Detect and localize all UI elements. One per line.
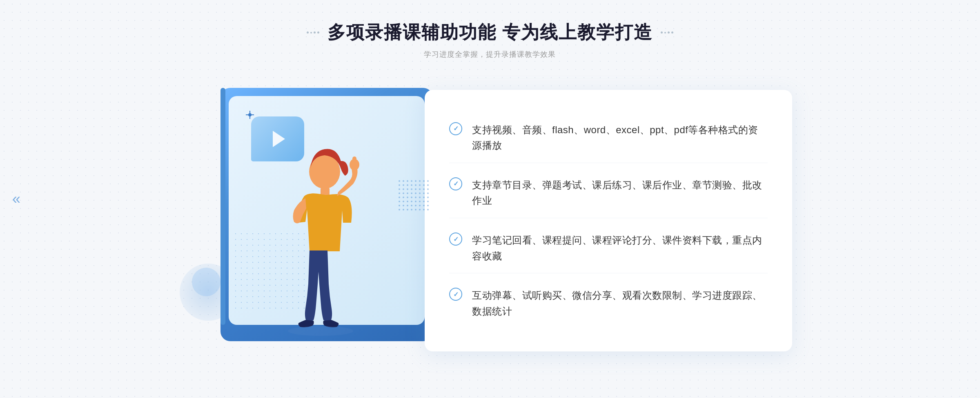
- check-icon-1: ✓: [453, 125, 459, 132]
- svg-rect-3: [352, 157, 356, 165]
- page-header: 多项录播课辅助功能 专为线上教学打造 学习进度全掌握，提升录播课教学效果: [307, 20, 673, 59]
- check-circle-3: ✓: [449, 233, 462, 246]
- header-decorators: 多项录播课辅助功能 专为线上教学打造: [307, 20, 673, 45]
- check-icon-2: ✓: [453, 180, 459, 188]
- feature-item-1: ✓ 支持视频、音频、flash、word、excel、ppt、pdf等各种格式的…: [449, 113, 768, 163]
- svg-rect-6: [398, 180, 431, 212]
- feature-text-4: 互动弹幕、试听购买、微信分享、观看次数限制、学习进度跟踪、数据统计: [472, 288, 768, 319]
- deco-circle-small: [192, 268, 220, 296]
- feature-item-4: ✓ 互动弹幕、试听购买、微信分享、观看次数限制、学习进度跟踪、数据统计: [449, 279, 768, 328]
- check-circle-4: ✓: [449, 288, 462, 301]
- feature-text-2: 支持章节目录、弹题考试、课后练习、课后作业、章节测验、批改作业: [472, 177, 768, 209]
- content-area: ✓ 支持视频、音频、flash、word、excel、ppt、pdf等各种格式的…: [172, 76, 808, 353]
- person-illustration: [245, 108, 408, 349]
- illustration-section: [188, 76, 441, 353]
- feature-text-3: 学习笔记回看、课程提问、课程评论打分、课件资料下载，重点内容收藏: [472, 233, 768, 264]
- feature-text-1: 支持视频、音频、flash、word、excel、ppt、pdf等各种格式的资源…: [472, 122, 768, 154]
- svg-point-4: [288, 326, 353, 336]
- check-circle-1: ✓: [449, 122, 462, 135]
- right-decorator-dots: [661, 31, 673, 34]
- blue-side-bar: [220, 88, 225, 325]
- feature-item-2: ✓ 支持章节目录、弹题考试、课后练习、课后作业、章节测验、批改作业: [449, 168, 768, 218]
- check-circle-2: ✓: [449, 177, 462, 190]
- check-icon-3: ✓: [453, 235, 459, 243]
- feature-item-3: ✓ 学习笔记回看、课程提问、课程评论打分、课件资料下载，重点内容收藏: [449, 224, 768, 273]
- left-decorator-dots: [307, 31, 319, 34]
- main-title: 多项录播课辅助功能 专为线上教学打造: [327, 20, 653, 45]
- left-navigation-arrows[interactable]: «: [12, 192, 20, 206]
- sub-title: 学习进度全掌握，提升录播课教学效果: [307, 49, 673, 59]
- features-panel: ✓ 支持视频、音频、flash、word、excel、ppt、pdf等各种格式的…: [425, 90, 792, 351]
- stripe-pattern-decoration: [398, 180, 431, 214]
- check-icon-4: ✓: [453, 291, 459, 298]
- left-chevron-icon[interactable]: «: [12, 192, 20, 206]
